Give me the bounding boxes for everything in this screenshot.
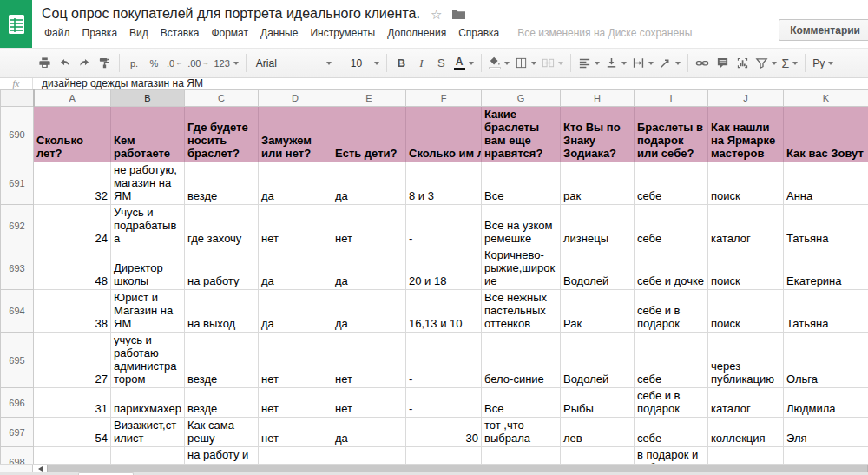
column-header-D[interactable]: D bbox=[259, 90, 332, 107]
cell-H690[interactable]: Кто Вы по Знаку Зодиака? bbox=[561, 107, 635, 162]
cell-K692[interactable]: Татьяна bbox=[784, 205, 868, 247]
cell-J692[interactable]: каталог bbox=[708, 205, 784, 247]
fill-color-button[interactable] bbox=[486, 53, 512, 74]
cell-C692[interactable]: где захочу bbox=[185, 205, 259, 247]
column-header-F[interactable]: F bbox=[406, 90, 482, 107]
cell-F697[interactable]: 30 bbox=[406, 418, 482, 447]
menu-item-6[interactable]: Инструменты bbox=[304, 24, 381, 42]
cell-I696[interactable]: себе и в подарок bbox=[635, 388, 708, 418]
cell-B694[interactable]: Юрист и Магазин на ЯМ bbox=[111, 290, 185, 333]
cell-D695[interactable]: нет bbox=[259, 333, 332, 388]
cell-E693[interactable]: да bbox=[332, 247, 406, 290]
cell-K697[interactable]: Эля bbox=[784, 418, 868, 447]
cell-A698[interactable]: 28 bbox=[34, 447, 111, 465]
cell-G692[interactable]: Все на узком ремешке bbox=[482, 205, 561, 247]
menu-item-4[interactable]: Формат bbox=[205, 24, 254, 42]
paint-format-icon[interactable] bbox=[95, 53, 115, 74]
cell-I693[interactable]: себе и дочке bbox=[635, 247, 708, 290]
cell-F695[interactable]: - bbox=[406, 333, 482, 388]
row-header-698[interactable]: 698 bbox=[1, 447, 34, 465]
cell-I694[interactable]: себе и в подарок bbox=[635, 290, 708, 333]
text-rotation-button[interactable] bbox=[656, 53, 683, 74]
cell-E695[interactable]: нет bbox=[332, 333, 406, 388]
cell-F696[interactable]: - bbox=[406, 388, 482, 418]
cell-F693[interactable]: 20 и 18 bbox=[406, 247, 482, 290]
insert-chart-icon[interactable] bbox=[733, 53, 753, 74]
functions-button[interactable]: Σ bbox=[779, 53, 801, 74]
cell-B691[interactable]: не работую, магазин на ЯМ bbox=[111, 162, 185, 205]
select-all-corner[interactable] bbox=[1, 90, 34, 107]
redo-icon[interactable] bbox=[75, 53, 95, 74]
menu-item-3[interactable]: Вставка bbox=[155, 24, 206, 42]
column-header-H[interactable]: H bbox=[561, 90, 635, 107]
cell-B698[interactable]: медсестра bbox=[111, 447, 185, 465]
cell-G698[interactable]: все широкие bbox=[482, 447, 561, 465]
column-header-J[interactable]: J bbox=[708, 90, 784, 107]
cell-E694[interactable]: да bbox=[332, 290, 406, 333]
currency-format-button[interactable]: р. bbox=[124, 53, 144, 74]
scrollbar-track[interactable] bbox=[47, 465, 868, 472]
text-color-button[interactable]: A bbox=[451, 53, 477, 74]
row-header-693[interactable]: 693 bbox=[1, 247, 34, 290]
sheets-logo-icon[interactable] bbox=[0, 0, 32, 48]
comments-button[interactable]: Комментарии bbox=[779, 19, 868, 41]
percent-format-button[interactable]: % bbox=[144, 53, 164, 74]
row-header-696[interactable]: 696 bbox=[1, 388, 34, 418]
cell-A693[interactable]: 48 bbox=[34, 247, 111, 290]
cell-K696[interactable]: Людмила bbox=[784, 388, 868, 418]
cell-I698[interactable]: в подарок и себе bbox=[635, 447, 708, 465]
cell-I692[interactable]: себе bbox=[635, 205, 708, 247]
cell-C694[interactable]: на выход bbox=[185, 290, 259, 333]
cell-C695[interactable]: везде bbox=[185, 333, 259, 388]
cell-D691[interactable]: да bbox=[259, 162, 332, 205]
cell-D692[interactable]: нет bbox=[259, 205, 332, 247]
cell-C693[interactable]: на работу bbox=[185, 247, 259, 290]
cell-J698[interactable]: поиск bbox=[708, 447, 784, 465]
cell-H698[interactable]: дева bbox=[561, 447, 635, 465]
cell-K698[interactable]: Влада bbox=[784, 447, 868, 465]
cell-I690[interactable]: Браслеты в подарок или себе? bbox=[635, 107, 708, 162]
cell-F692[interactable]: - bbox=[406, 205, 482, 247]
row-header-692[interactable]: 692 bbox=[1, 205, 34, 247]
print-icon[interactable] bbox=[35, 53, 55, 74]
vertical-align-button[interactable] bbox=[602, 53, 629, 74]
formula-input[interactable]: дизайнер одежды магазин на ЯМ bbox=[33, 78, 203, 89]
strikethrough-button[interactable]: S bbox=[431, 53, 451, 74]
cell-G694[interactable]: Все нежных пастельных оттенков bbox=[482, 290, 561, 333]
bold-button[interactable]: B bbox=[391, 53, 411, 74]
font-size-select[interactable]: 10 bbox=[344, 53, 382, 74]
cell-G691[interactable]: Все bbox=[482, 162, 561, 205]
cell-F690[interactable]: Сколько им лет bbox=[406, 107, 482, 162]
row-header-691[interactable]: 691 bbox=[1, 162, 34, 205]
column-header-I[interactable]: I bbox=[635, 90, 708, 107]
scrollbar-thumb[interactable] bbox=[47, 465, 868, 472]
borders-button[interactable] bbox=[512, 53, 539, 74]
column-header-K[interactable]: K bbox=[784, 90, 868, 107]
menu-item-7[interactable]: Дополнения bbox=[381, 24, 452, 42]
filter-icon[interactable] bbox=[753, 53, 779, 74]
cell-E691[interactable]: да bbox=[332, 162, 406, 205]
decrease-decimals-button[interactable]: .0← bbox=[164, 53, 185, 74]
cell-B690[interactable]: Кем работаете bbox=[111, 107, 185, 162]
column-header-G[interactable]: G bbox=[482, 90, 561, 107]
cell-A691[interactable]: 32 bbox=[34, 162, 111, 205]
cell-H693[interactable]: Водолей bbox=[561, 247, 635, 290]
insert-comment-icon[interactable] bbox=[713, 53, 733, 74]
cell-J693[interactable]: поиск bbox=[708, 247, 784, 290]
font-family-select[interactable]: Arial bbox=[251, 53, 334, 74]
cell-F694[interactable]: 16,13 и 10 bbox=[406, 290, 482, 333]
input-tools-select[interactable]: Ру bbox=[810, 53, 836, 74]
cell-K691[interactable]: Анна bbox=[784, 162, 868, 205]
document-title[interactable]: Соц опрос покупателей для портрета идеал… bbox=[42, 6, 420, 22]
cell-D694[interactable]: да bbox=[259, 290, 332, 333]
cell-B696[interactable]: парикхмахер bbox=[111, 388, 185, 418]
undo-icon[interactable] bbox=[55, 53, 75, 74]
cell-A692[interactable]: 24 bbox=[34, 205, 111, 247]
row-header-690[interactable]: 690 bbox=[1, 107, 34, 162]
cell-J694[interactable]: поиск bbox=[708, 290, 784, 333]
row-header-695[interactable]: 695 bbox=[1, 333, 34, 388]
menu-item-5[interactable]: Данные bbox=[254, 24, 304, 42]
cell-B693[interactable]: Директор школы bbox=[111, 247, 185, 290]
cell-A690[interactable]: Сколько лет? bbox=[34, 107, 111, 162]
cell-F698[interactable]: - bbox=[406, 447, 482, 465]
